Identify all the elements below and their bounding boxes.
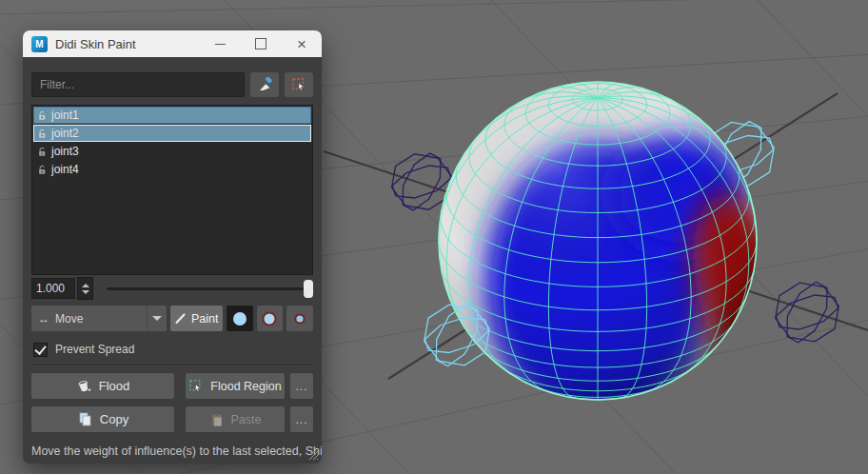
joint-label: joint2 bbox=[51, 127, 79, 140]
open-padlock-icon bbox=[37, 165, 48, 175]
window-title: Didi Skin Paint bbox=[55, 37, 205, 51]
paint-button-label: Paint bbox=[191, 312, 219, 326]
minimize-icon bbox=[215, 44, 226, 45]
paint-bucket-icon bbox=[76, 378, 92, 394]
weight-value-field[interactable] bbox=[31, 278, 75, 299]
minimize-button[interactable] bbox=[212, 36, 227, 51]
marquee-cursor-icon bbox=[188, 379, 204, 394]
mode-dropdown-value: Move bbox=[55, 312, 83, 326]
section-divider bbox=[31, 365, 313, 365]
paint-select-button[interactable] bbox=[250, 72, 279, 97]
solid-circle-icon bbox=[231, 310, 248, 327]
copy-more-button[interactable]: ... bbox=[290, 406, 313, 432]
list-item-joint4[interactable]: joint4 bbox=[33, 161, 311, 178]
filter-input[interactable] bbox=[31, 72, 245, 97]
paste-button-label: Paste bbox=[231, 413, 262, 426]
paste-button[interactable]: Paste bbox=[186, 406, 285, 432]
list-item-joint1[interactable]: joint1 bbox=[33, 107, 311, 124]
flood-button[interactable]: Flood bbox=[31, 373, 174, 399]
paint-button[interactable]: Paint bbox=[170, 306, 223, 331]
weight-slider-handle[interactable] bbox=[304, 280, 313, 298]
prevent-spread-label: Prevent Spread bbox=[55, 343, 134, 356]
stepper-down-icon bbox=[82, 290, 89, 294]
open-padlock-icon bbox=[37, 128, 48, 139]
status-bar: Move the weight of influence(s) to the l… bbox=[23, 439, 322, 464]
brush-profile-soft[interactable] bbox=[257, 306, 284, 331]
close-button[interactable]: × bbox=[294, 36, 309, 51]
maximize-icon bbox=[255, 38, 266, 49]
open-padlock-icon bbox=[37, 110, 48, 121]
weight-stepper[interactable] bbox=[77, 277, 93, 300]
pencil-icon bbox=[174, 312, 187, 325]
maya-app-icon: M bbox=[31, 36, 48, 52]
prevent-spread-checkbox[interactable] bbox=[33, 343, 48, 357]
mode-dropdown[interactable]: ↔ Move bbox=[31, 306, 167, 331]
left-right-arrow-icon: ↔ bbox=[38, 312, 49, 326]
joint-label: joint4 bbox=[51, 163, 79, 176]
paint-brush-icon bbox=[257, 77, 273, 93]
ring-circle-icon bbox=[261, 310, 278, 327]
flood-region-button[interactable]: Flood Region bbox=[186, 373, 285, 399]
title-bar[interactable]: M Didi Skin Paint × bbox=[23, 30, 322, 57]
dot-circle-icon bbox=[291, 310, 308, 327]
joint-label: joint3 bbox=[51, 145, 79, 158]
clipboard-icon bbox=[209, 412, 225, 427]
weight-slider[interactable] bbox=[107, 287, 313, 290]
copy-button[interactable]: Copy bbox=[31, 406, 174, 432]
open-padlock-icon bbox=[37, 147, 48, 157]
chevron-down-icon bbox=[152, 316, 162, 321]
influence-list: joint1 joint2 joint3 joint4 bbox=[31, 105, 313, 275]
region-select-button[interactable] bbox=[285, 72, 313, 97]
copy-button-label: Copy bbox=[100, 412, 128, 426]
brush-profile-solid[interactable] bbox=[227, 306, 253, 331]
flood-button-label: Flood bbox=[99, 379, 130, 393]
marquee-cursor-icon bbox=[291, 77, 307, 93]
list-item-joint3[interactable]: joint3 bbox=[33, 143, 311, 160]
copy-pages-icon bbox=[77, 411, 93, 427]
flood-more-button[interactable]: ... bbox=[290, 373, 313, 399]
skin-paint-window: M Didi Skin Paint × joint1 bbox=[23, 30, 322, 464]
mode-dropdown-arrow[interactable] bbox=[147, 306, 167, 331]
maximize-button[interactable] bbox=[253, 36, 268, 51]
status-text: Move the weight of influence(s) to the l… bbox=[31, 444, 322, 458]
joint-label: joint1 bbox=[51, 109, 79, 122]
list-item-joint2[interactable]: joint2 bbox=[33, 125, 311, 142]
stepper-up-icon bbox=[82, 284, 89, 287]
close-icon: × bbox=[297, 36, 306, 52]
resize-grip[interactable] bbox=[306, 448, 319, 461]
brush-profile-gaussian[interactable] bbox=[286, 306, 313, 331]
flood-region-label: Flood Region bbox=[210, 380, 281, 393]
